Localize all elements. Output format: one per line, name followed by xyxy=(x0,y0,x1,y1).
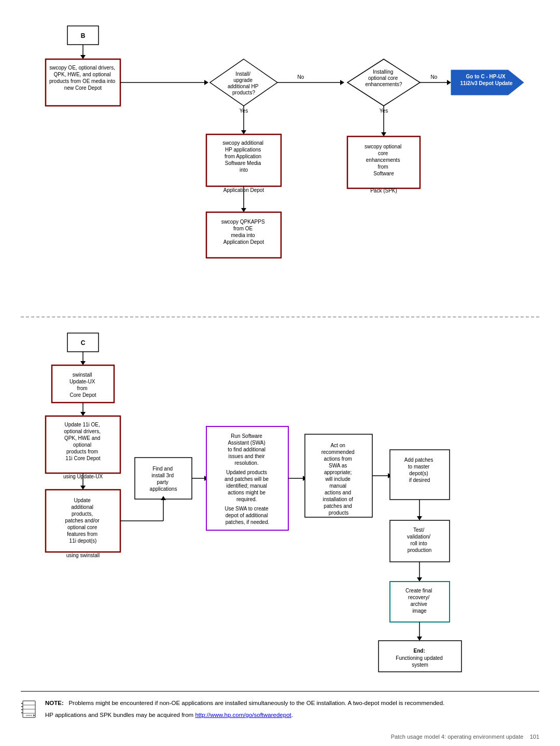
note-link[interactable]: http://www.hp.com/go/softwaredepot xyxy=(195,712,291,718)
footer: Patch usage model 4: operating environme… xyxy=(21,731,539,740)
svg-marker-46 xyxy=(417,516,422,520)
node-c-label: C xyxy=(81,339,86,347)
update-add-text2: using swinstall xyxy=(66,552,100,558)
note-label: NOTE: xyxy=(45,700,64,706)
svg-rect-32 xyxy=(135,458,192,499)
page: B swcopy OE, optional drivers, QPK, HWE,… xyxy=(0,0,560,746)
note-icon xyxy=(21,700,39,722)
notebook-icon xyxy=(21,700,37,719)
run-swa-text: Run Software Assistant (SWA) to find add… xyxy=(225,433,270,525)
svg-marker-11 xyxy=(447,80,451,85)
note-link-paragraph: HP applications and SPK bundles may be a… xyxy=(45,711,539,720)
no2-label: No xyxy=(431,74,438,80)
page-title: Patch usage model 4: operating environme… xyxy=(391,734,524,740)
dashed-divider xyxy=(21,316,539,317)
svg-marker-5 xyxy=(204,80,208,85)
act-on-text: Act on recommended actions from SWA as a… xyxy=(321,443,356,516)
flowchart-area: B swcopy OE, optional drivers, QPK, HWE,… xyxy=(21,16,539,686)
top-flowchart: B swcopy OE, optional drivers, QPK, HWE,… xyxy=(21,16,539,311)
page-number: 101 xyxy=(530,734,539,740)
no1-label: No xyxy=(298,74,304,80)
node-b-label: B xyxy=(81,32,86,39)
swcopy-optional-text2: Pack (SPK) xyxy=(370,188,397,194)
note-text-block: NOTE: Problems might be encountered if n… xyxy=(45,699,539,723)
svg-marker-49 xyxy=(417,577,422,582)
svg-marker-8 xyxy=(340,80,344,85)
bottom-flowchart: C swinstall Update-UX from Core Depot Up… xyxy=(21,323,539,686)
note-section: NOTE: Problems might be encountered if n… xyxy=(21,691,539,723)
note-text: Problems might be encountered if non-OE … xyxy=(68,700,444,706)
note-paragraph: NOTE: Problems might be encountered if n… xyxy=(45,699,539,708)
footer-text: Patch usage model 4: operating environme… xyxy=(391,734,539,740)
svg-marker-52 xyxy=(417,637,422,641)
